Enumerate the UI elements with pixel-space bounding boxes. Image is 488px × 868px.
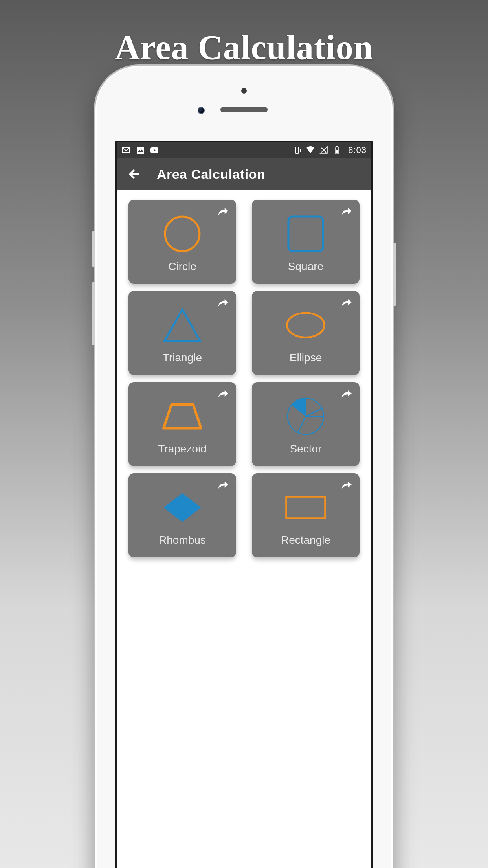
- share-button[interactable]: [217, 205, 230, 218]
- shape-label: Circle: [168, 260, 196, 273]
- phone-screen: 8:03 Area Calculation Circ: [115, 141, 373, 868]
- battery-icon: [332, 145, 342, 155]
- phone-front-camera: [198, 107, 205, 114]
- svg-marker-16: [165, 309, 200, 341]
- svg-rect-5: [295, 147, 299, 153]
- trapezoid-icon: [161, 395, 204, 438]
- back-button[interactable]: [124, 163, 146, 185]
- shape-label: Trapezoid: [158, 443, 206, 455]
- shape-card-sector[interactable]: Sector: [252, 382, 360, 466]
- circle-icon: [161, 212, 204, 256]
- svg-rect-15: [288, 217, 323, 251]
- phone-sensor-dot: [241, 88, 247, 94]
- shape-card-rhombus[interactable]: Rhombus: [128, 473, 236, 557]
- share-button[interactable]: [217, 479, 230, 491]
- content-area: Circle Square: [117, 190, 371, 868]
- phone-volume-button: [92, 282, 95, 345]
- svg-rect-12: [336, 150, 338, 154]
- svg-line-22: [298, 416, 306, 433]
- shape-card-circle[interactable]: Circle: [128, 200, 236, 284]
- shape-label: Sector: [290, 443, 322, 455]
- signal-icon: [319, 145, 328, 155]
- share-button[interactable]: [341, 388, 353, 400]
- gmail-icon: [121, 145, 131, 155]
- page-heading: Area Calculation: [0, 28, 488, 67]
- shape-card-triangle[interactable]: Triangle: [128, 291, 236, 375]
- share-button[interactable]: [341, 296, 353, 309]
- wifi-icon: [306, 145, 315, 155]
- svg-rect-24: [286, 497, 325, 519]
- shape-card-trapezoid[interactable]: Trapezoid: [128, 382, 236, 466]
- share-arrow-icon: [341, 296, 353, 309]
- svg-point-14: [165, 217, 200, 251]
- shape-label: Rhombus: [159, 534, 206, 546]
- share-arrow-icon: [341, 388, 353, 400]
- appbar: Area Calculation: [117, 158, 371, 190]
- gallery-icon: [136, 145, 145, 155]
- appbar-title: Area Calculation: [157, 167, 265, 182]
- share-button[interactable]: [217, 296, 230, 309]
- shape-label: Triangle: [163, 351, 202, 364]
- arrow-left-icon: [128, 167, 142, 181]
- share-arrow-icon: [341, 479, 353, 491]
- youtube-icon: [150, 145, 159, 155]
- phone-power-button: [393, 243, 396, 306]
- triangle-icon: [161, 303, 204, 347]
- svg-rect-11: [336, 146, 338, 147]
- phone-mute-switch: [92, 231, 95, 267]
- svg-point-17: [287, 313, 324, 337]
- ellipse-icon: [284, 303, 327, 347]
- rhombus-icon: [161, 486, 204, 529]
- shape-label: Square: [288, 260, 323, 273]
- svg-line-21: [306, 408, 322, 416]
- share-arrow-icon: [217, 388, 230, 400]
- share-button[interactable]: [341, 479, 353, 491]
- statusbar: 8:03: [117, 142, 371, 158]
- shape-grid: Circle Square: [128, 200, 360, 557]
- svg-marker-18: [163, 405, 201, 428]
- svg-marker-23: [163, 493, 201, 522]
- sector-icon: [284, 395, 327, 438]
- shape-card-ellipse[interactable]: Ellipse: [252, 291, 360, 375]
- share-button[interactable]: [341, 205, 353, 218]
- svg-rect-1: [137, 147, 144, 154]
- phone-frame: 8:03 Area Calculation Circ: [95, 66, 393, 868]
- shape-label: Ellipse: [290, 351, 322, 364]
- share-arrow-icon: [217, 296, 230, 309]
- share-arrow-icon: [217, 205, 230, 218]
- shape-card-rectangle[interactable]: Rectangle: [252, 473, 360, 557]
- shape-card-square[interactable]: Square: [252, 200, 360, 284]
- shape-label: Rectangle: [281, 534, 330, 546]
- share-arrow-icon: [217, 479, 230, 491]
- statusbar-time: 8:03: [348, 145, 367, 155]
- square-icon: [284, 212, 327, 256]
- vibrate-icon: [292, 145, 302, 155]
- phone-earpiece: [220, 107, 268, 112]
- share-arrow-icon: [341, 205, 353, 218]
- rectangle-icon: [284, 486, 327, 529]
- share-button[interactable]: [217, 388, 230, 400]
